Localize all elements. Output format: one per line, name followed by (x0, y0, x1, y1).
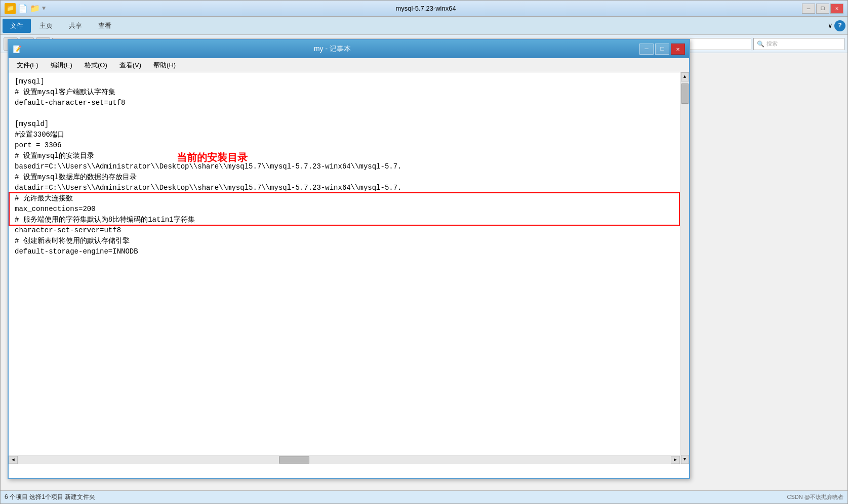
line-text-13: max_connections=200 (15, 205, 96, 213)
annotation-label: 当前的安装目录 (177, 150, 248, 165)
notepad-menubar: 文件(F) 编辑(E) 格式(O) 查看(V) 帮助(H) (9, 58, 689, 72)
line-text-5: [mysqld] (15, 120, 49, 128)
line-text-17: default-storage-engine=INNODB (15, 247, 138, 256)
explorer-window: 📁 📄 📁 ▼ mysql-5.7.23-winx64 — □ ✕ 文件 主页 … (0, 0, 848, 504)
notepad-window: 📝 my - 记事本 — □ ✕ 文件(F) 编辑(E) 格式(O) 查看(V)… (8, 39, 690, 479)
explorer-minimize-button[interactable]: — (802, 4, 815, 14)
line-row-14: # 服务端使用的字符集默认为8比特编码的1atin1字符集 (15, 215, 674, 225)
line-row-16: # 创建新表时将使用的默认存储引擎 (15, 236, 674, 246)
menu-format[interactable]: 格式(O) (79, 60, 112, 71)
line-row-8: # 设置mysql的安装目录当前的安装目录 (15, 151, 674, 161)
line-row-13: max_connections=200 (15, 204, 674, 215)
menu-view[interactable]: 查看(V) (114, 60, 146, 71)
scroll-right-button[interactable]: ▶ (671, 456, 680, 464)
scroll-h-thumb[interactable] (279, 456, 309, 464)
line-text-2: # 设置mysql客户端默认字符集 (15, 88, 115, 96)
explorer-statusbar: 6 个项目 选择1个项目 新建文件夹 CSDN @不该抛弃晓者 (1, 490, 847, 503)
search-icon: 🔍 (757, 40, 764, 48)
ribbon-tab-home[interactable]: 主页 (32, 19, 60, 33)
menu-file[interactable]: 文件(F) (12, 60, 44, 71)
line-row-3: default-character-set=utf8 (15, 98, 674, 108)
menu-edit[interactable]: 编辑(E) (46, 60, 77, 71)
toolbar-icon-2: 📁 (30, 4, 40, 14)
scroll-thumb[interactable] (681, 83, 689, 104)
status-left: 6 个项目 选择1个项目 新建文件夹 (5, 493, 95, 501)
notepad-document-icon: 📝 (13, 45, 21, 54)
line-text-3: default-character-set=utf8 (15, 99, 125, 107)
line-row-12: # 允许最大连接数 (15, 193, 674, 204)
line-text-10: # 设置mysql数据库的数据的存放目录 (15, 173, 137, 181)
line-text-6: #设置3306端口 (15, 131, 64, 139)
line-text-16: # 创建新表时将使用的默认存储引擎 (15, 237, 130, 245)
explorer-title: mysql-5.7.23-winx64 (50, 5, 802, 12)
explorer-window-controls: — □ ✕ (802, 4, 843, 14)
notepad-titlebar: 📝 my - 记事本 — □ ✕ (9, 40, 689, 58)
explorer-maximize-button[interactable]: □ (816, 4, 829, 14)
line-text-15: character-set-server=utf8 (15, 226, 121, 234)
line-text-12: # 允许最大连接数 (15, 194, 73, 202)
scroll-up-button[interactable]: ▲ (681, 72, 689, 81)
line-row-6: #设置3306端口 (15, 130, 674, 140)
line-row-11: datadir=C:\\Users\\Administrator\\Deskto… (15, 183, 674, 193)
line-text-11: datadir=C:\\Users\\Administrator\\Deskto… (15, 184, 402, 192)
scroll-down-button[interactable]: ▼ (681, 455, 689, 464)
explorer-ribbon: 文件 主页 共享 查看 ∨ ? (1, 17, 847, 35)
line-row-5: [mysqld] (15, 119, 674, 130)
status-right: CSDN @不该抛弃晓者 (787, 493, 843, 501)
notepad-maximize-button[interactable]: □ (655, 44, 669, 55)
search-placeholder: 搜索 (766, 40, 778, 48)
vertical-scrollbar[interactable]: ▲ ▼ (680, 72, 689, 464)
horizontal-scrollbar[interactable]: ◀ ▶ (9, 455, 680, 464)
line-text-14: # 服务端使用的字符集默认为8比特编码的1atin1字符集 (15, 216, 195, 224)
scroll-h-track[interactable] (18, 456, 671, 464)
toolbar-icon-1: 📄 (18, 4, 28, 14)
text-content[interactable]: [mysql]# 设置mysql客户端默认字符集default-characte… (9, 72, 680, 455)
ribbon-tab-file[interactable]: 文件 (3, 19, 31, 33)
notepad-minimize-button[interactable]: — (639, 44, 654, 55)
scroll-track[interactable] (681, 81, 689, 455)
menu-help[interactable]: 帮助(H) (148, 60, 181, 71)
line-row-7: port = 3306 (15, 140, 674, 151)
notepad-window-controls: — □ ✕ (639, 44, 685, 55)
line-row-9: basedir=C:\\Users\\Administrator\\Deskto… (15, 161, 674, 172)
notepad-close-button[interactable]: ✕ (671, 44, 685, 55)
scroll-left-button[interactable]: ◀ (9, 456, 18, 464)
line-row-10: # 设置mysql数据库的数据的存放目录 (15, 172, 674, 183)
help-button[interactable]: ? (834, 20, 845, 31)
ribbon-right-controls: ∨ ? (828, 20, 845, 31)
toolbar-separator: ▼ (42, 5, 46, 12)
search-bar[interactable]: 🔍 搜索 (753, 38, 844, 50)
explorer-titlebar: 📁 📄 📁 ▼ mysql-5.7.23-winx64 — □ ✕ (1, 1, 847, 17)
notepad-content-area: [mysql]# 设置mysql客户端默认字符集default-characte… (9, 72, 689, 464)
line-text-7: port = 3306 (15, 141, 61, 149)
notepad-title: my - 记事本 (25, 45, 639, 54)
explorer-close-button[interactable]: ✕ (830, 4, 843, 14)
line-text-1: [mysql] (15, 77, 45, 86)
line-row-15: character-set-server=utf8 (15, 225, 674, 236)
line-text-8: # 设置mysql的安装目录 (15, 152, 94, 160)
ribbon-chevron-icon[interactable]: ∨ (828, 21, 832, 30)
line-row-1: [mysql] (15, 76, 674, 87)
ribbon-tab-view[interactable]: 查看 (91, 19, 119, 33)
line-row-4 (15, 108, 674, 119)
ribbon-tab-share[interactable]: 共享 (61, 19, 90, 33)
explorer-titlebar-icons: 📁 📄 📁 ▼ (5, 3, 46, 14)
line-row-17: default-storage-engine=INNODB (15, 246, 674, 257)
line-row-2: # 设置mysql客户端默认字符集 (15, 87, 674, 98)
folder-icon: 📁 (5, 3, 16, 14)
